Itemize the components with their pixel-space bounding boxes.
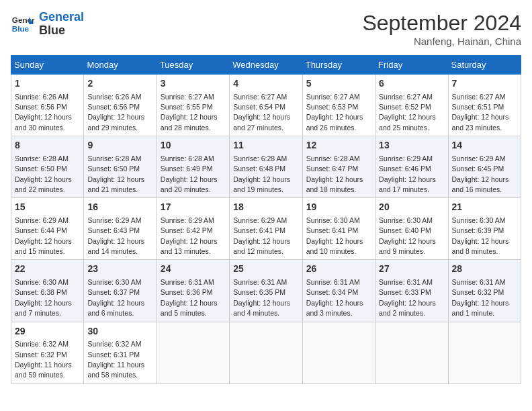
calendar-cell: 11Sunrise: 6:28 AMSunset: 6:48 PMDayligh… <box>230 136 302 198</box>
calendar-week-row: 29Sunrise: 6:32 AMSunset: 6:32 PMDayligh… <box>11 322 521 383</box>
calendar-cell: 12Sunrise: 6:28 AMSunset: 6:47 PMDayligh… <box>302 136 375 198</box>
day-info: Sunrise: 6:30 AMSunset: 6:38 PMDaylight:… <box>15 278 72 317</box>
day-info: Sunrise: 6:28 AMSunset: 6:49 PMDaylight:… <box>161 154 218 193</box>
day-info: Sunrise: 6:29 AMSunset: 6:43 PMDaylight:… <box>87 216 144 255</box>
day-info: Sunrise: 6:29 AMSunset: 6:44 PMDaylight:… <box>15 216 72 255</box>
day-info: Sunrise: 6:32 AMSunset: 6:31 PMDaylight:… <box>87 340 144 379</box>
calendar-cell: 2Sunrise: 6:26 AMSunset: 6:56 PMDaylight… <box>84 75 157 136</box>
day-number: 29 <box>15 325 80 338</box>
calendar-cell: 21Sunrise: 6:30 AMSunset: 6:39 PMDayligh… <box>448 198 521 260</box>
calendar-cell: 25Sunrise: 6:31 AMSunset: 6:35 PMDayligh… <box>230 260 302 322</box>
calendar-cell: 1Sunrise: 6:26 AMSunset: 6:56 PMDaylight… <box>11 75 84 136</box>
day-info: Sunrise: 6:30 AMSunset: 6:40 PMDaylight:… <box>379 216 436 255</box>
calendar-cell: 7Sunrise: 6:27 AMSunset: 6:51 PMDaylight… <box>448 75 521 136</box>
calendar-cell <box>157 322 229 383</box>
day-info: Sunrise: 6:27 AMSunset: 6:54 PMDaylight:… <box>233 93 290 132</box>
day-info: Sunrise: 6:28 AMSunset: 6:50 PMDaylight:… <box>87 154 144 193</box>
day-info: Sunrise: 6:27 AMSunset: 6:53 PMDaylight:… <box>306 93 363 132</box>
day-number: 9 <box>87 139 152 152</box>
calendar-cell: 27Sunrise: 6:31 AMSunset: 6:33 PMDayligh… <box>375 260 448 322</box>
calendar-cell: 10Sunrise: 6:28 AMSunset: 6:49 PMDayligh… <box>157 136 229 198</box>
day-number: 28 <box>452 263 517 276</box>
day-number: 8 <box>15 139 80 152</box>
calendar-cell: 8Sunrise: 6:28 AMSunset: 6:50 PMDaylight… <box>11 136 84 198</box>
day-info: Sunrise: 6:30 AMSunset: 6:37 PMDaylight:… <box>87 278 144 317</box>
title-block: September 2024 Nanfeng, Hainan, China <box>362 11 521 47</box>
day-info: Sunrise: 6:31 AMSunset: 6:35 PMDaylight:… <box>233 278 290 317</box>
calendar-cell: 17Sunrise: 6:29 AMSunset: 6:42 PMDayligh… <box>157 198 229 260</box>
day-number: 11 <box>233 139 298 152</box>
day-info: Sunrise: 6:26 AMSunset: 6:56 PMDaylight:… <box>15 93 72 132</box>
calendar-cell: 6Sunrise: 6:27 AMSunset: 6:52 PMDaylight… <box>375 75 448 136</box>
day-number: 30 <box>87 325 152 338</box>
calendar-cell: 20Sunrise: 6:30 AMSunset: 6:40 PMDayligh… <box>375 198 448 260</box>
calendar-cell: 4Sunrise: 6:27 AMSunset: 6:54 PMDaylight… <box>230 75 302 136</box>
day-number: 23 <box>87 263 152 276</box>
day-number: 16 <box>87 201 152 214</box>
location: Nanfeng, Hainan, China <box>362 36 521 47</box>
calendar-cell: 28Sunrise: 6:31 AMSunset: 6:32 PMDayligh… <box>448 260 521 322</box>
calendar-cell: 26Sunrise: 6:31 AMSunset: 6:34 PMDayligh… <box>302 260 375 322</box>
calendar-cell: 3Sunrise: 6:27 AMSunset: 6:55 PMDaylight… <box>157 75 229 136</box>
svg-text:Blue: Blue <box>12 24 30 33</box>
calendar-week-row: 15Sunrise: 6:29 AMSunset: 6:44 PMDayligh… <box>11 198 521 260</box>
calendar-cell: 29Sunrise: 6:32 AMSunset: 6:32 PMDayligh… <box>11 322 84 383</box>
day-info: Sunrise: 6:31 AMSunset: 6:32 PMDaylight:… <box>452 278 509 317</box>
day-info: Sunrise: 6:29 AMSunset: 6:45 PMDaylight:… <box>452 154 509 193</box>
day-info: Sunrise: 6:28 AMSunset: 6:48 PMDaylight:… <box>233 154 290 193</box>
day-info: Sunrise: 6:29 AMSunset: 6:42 PMDaylight:… <box>161 216 218 255</box>
day-number: 6 <box>379 77 444 91</box>
day-info: Sunrise: 6:26 AMSunset: 6:56 PMDaylight:… <box>87 93 144 132</box>
calendar-cell: 15Sunrise: 6:29 AMSunset: 6:44 PMDayligh… <box>11 198 84 260</box>
day-number: 25 <box>233 263 298 276</box>
day-number: 21 <box>452 201 517 214</box>
header-sunday: Sunday <box>11 56 84 75</box>
header-friday: Friday <box>375 56 448 75</box>
day-info: Sunrise: 6:31 AMSunset: 6:34 PMDaylight:… <box>306 278 363 317</box>
day-info: Sunrise: 6:28 AMSunset: 6:47 PMDaylight:… <box>306 154 363 193</box>
header-thursday: Thursday <box>302 56 375 75</box>
day-info: Sunrise: 6:29 AMSunset: 6:41 PMDaylight:… <box>233 216 290 255</box>
calendar-cell <box>230 322 302 383</box>
day-number: 22 <box>15 263 80 276</box>
calendar-cell: 30Sunrise: 6:32 AMSunset: 6:31 PMDayligh… <box>84 322 157 383</box>
day-number: 1 <box>15 77 80 91</box>
day-info: Sunrise: 6:31 AMSunset: 6:36 PMDaylight:… <box>161 278 218 317</box>
day-info: Sunrise: 6:27 AMSunset: 6:55 PMDaylight:… <box>161 93 218 132</box>
day-info: Sunrise: 6:27 AMSunset: 6:52 PMDaylight:… <box>379 93 436 132</box>
logo-text: GeneralBlue <box>39 11 84 38</box>
calendar-cell: 5Sunrise: 6:27 AMSunset: 6:53 PMDaylight… <box>302 75 375 136</box>
month-title: September 2024 <box>362 11 521 36</box>
calendar-cell <box>302 322 375 383</box>
day-number: 10 <box>161 139 226 152</box>
day-number: 7 <box>452 77 517 91</box>
logo-icon: General Blue <box>11 12 35 36</box>
day-info: Sunrise: 6:28 AMSunset: 6:50 PMDaylight:… <box>15 154 72 193</box>
day-info: Sunrise: 6:31 AMSunset: 6:33 PMDaylight:… <box>379 278 436 317</box>
header-wednesday: Wednesday <box>230 56 302 75</box>
day-number: 13 <box>379 139 444 152</box>
calendar-cell: 24Sunrise: 6:31 AMSunset: 6:36 PMDayligh… <box>157 260 229 322</box>
header-tuesday: Tuesday <box>157 56 229 75</box>
day-number: 19 <box>306 201 371 214</box>
day-number: 14 <box>452 139 517 152</box>
day-number: 18 <box>233 201 298 214</box>
day-info: Sunrise: 6:29 AMSunset: 6:46 PMDaylight:… <box>379 154 436 193</box>
day-number: 3 <box>161 77 226 91</box>
day-info: Sunrise: 6:27 AMSunset: 6:51 PMDaylight:… <box>452 93 509 132</box>
day-info: Sunrise: 6:30 AMSunset: 6:39 PMDaylight:… <box>452 216 509 255</box>
day-number: 12 <box>306 139 371 152</box>
days-header-row: Sunday Monday Tuesday Wednesday Thursday… <box>11 56 521 75</box>
day-number: 4 <box>233 77 298 91</box>
calendar-cell: 16Sunrise: 6:29 AMSunset: 6:43 PMDayligh… <box>84 198 157 260</box>
calendar-cell <box>375 322 448 383</box>
calendar-week-row: 22Sunrise: 6:30 AMSunset: 6:38 PMDayligh… <box>11 260 521 322</box>
day-number: 2 <box>87 77 152 91</box>
day-number: 20 <box>379 201 444 214</box>
calendar-cell: 9Sunrise: 6:28 AMSunset: 6:50 PMDaylight… <box>84 136 157 198</box>
header-monday: Monday <box>84 56 157 75</box>
calendar-cell: 19Sunrise: 6:30 AMSunset: 6:41 PMDayligh… <box>302 198 375 260</box>
day-number: 26 <box>306 263 371 276</box>
page-header: General Blue GeneralBlue September 2024 … <box>11 11 521 47</box>
calendar-cell: 18Sunrise: 6:29 AMSunset: 6:41 PMDayligh… <box>230 198 302 260</box>
